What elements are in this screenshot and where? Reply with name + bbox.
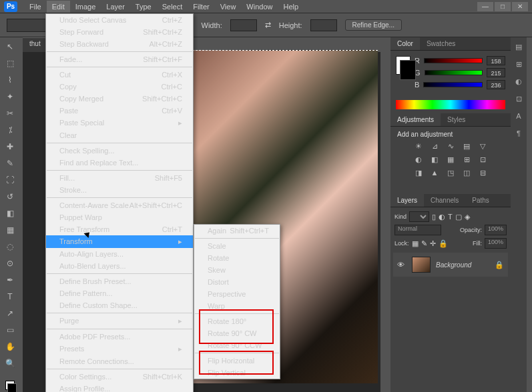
dodge-tool-icon[interactable]: ⊙	[3, 257, 17, 270]
menu-type[interactable]: Type	[130, 1, 157, 13]
menu-item[interactable]: Define Pattern...	[46, 287, 193, 299]
menu-item[interactable]: Presets▸	[46, 343, 193, 355]
filter-pixel-icon[interactable]: ▯	[432, 213, 436, 221]
color-swatches-icon[interactable]	[3, 379, 17, 392]
menu-item[interactable]: Scale	[194, 240, 280, 252]
menu-file[interactable]: File	[24, 1, 47, 13]
exposure-icon[interactable]: ▤	[461, 142, 472, 151]
menu-filter[interactable]: Filter	[188, 1, 214, 13]
g-slider[interactable]	[425, 70, 483, 75]
menu-layer[interactable]: Layer	[101, 1, 130, 13]
wand-tool-icon[interactable]: ✦	[3, 90, 17, 103]
filter-smart-icon[interactable]: ◈	[465, 213, 470, 221]
selective-icon[interactable]: ⊟	[477, 169, 488, 178]
menu-item[interactable]: PasteCtrl+V	[46, 105, 193, 117]
menu-item[interactable]: Step BackwardAlt+Ctrl+Z	[46, 38, 193, 50]
gradient-tool-icon[interactable]: ▦	[3, 224, 17, 237]
menu-item[interactable]: Skew	[194, 264, 280, 276]
properties-icon[interactable]: ◐	[513, 77, 524, 88]
menu-item[interactable]: Warp	[194, 300, 280, 312]
actions-icon[interactable]: ⊞	[513, 60, 524, 71]
swap-icon[interactable]: ⇄	[265, 21, 271, 29]
filter-adj-icon[interactable]: ◐	[439, 213, 445, 221]
type-tool-icon[interactable]: T	[3, 291, 17, 303]
kind-select[interactable]	[409, 211, 429, 222]
menu-image[interactable]: Image	[70, 1, 101, 13]
vibrance-icon[interactable]: ▽	[477, 142, 488, 151]
move-tool-icon[interactable]: ↖	[3, 40, 17, 53]
history-brush-icon[interactable]: ↺	[3, 190, 17, 203]
menu-item[interactable]: Purge▸	[46, 315, 193, 327]
channels-tab[interactable]: Channels	[424, 194, 465, 207]
menu-select[interactable]: Select	[157, 1, 188, 13]
menu-item[interactable]: Distort	[194, 276, 280, 288]
menu-item[interactable]: Stroke...	[46, 184, 193, 196]
menu-item[interactable]: Free TransformCtrl+T	[46, 223, 193, 235]
pen-tool-icon[interactable]: ✒	[3, 274, 17, 287]
menu-item[interactable]: Step ForwardShift+Ctrl+Z	[46, 26, 193, 38]
close-button[interactable]: ✕	[512, 2, 528, 11]
menu-help[interactable]: Help	[278, 1, 304, 13]
blur-tool-icon[interactable]: ◌	[3, 241, 17, 253]
posterize-icon[interactable]: ▲	[429, 169, 440, 178]
color-spectrum[interactable]	[396, 100, 505, 109]
menu-item[interactable]: Adobe PDF Presets...	[46, 331, 193, 343]
menu-item[interactable]: Flip Horizontal	[194, 355, 280, 367]
visibility-icon[interactable]: 👁	[397, 261, 407, 269]
history-icon[interactable]: ▤	[513, 43, 524, 53]
tool-preset[interactable]	[7, 19, 47, 32]
paths-tab[interactable]: Paths	[465, 194, 496, 207]
eyedropper-tool-icon[interactable]: ⁒	[3, 123, 17, 136]
filter-type-icon[interactable]: T	[448, 213, 453, 221]
maximize-button[interactable]: □	[495, 2, 511, 11]
menu-item[interactable]: Color Settings...Shift+Ctrl+K	[46, 371, 193, 383]
width-input[interactable]	[230, 19, 257, 31]
eraser-tool-icon[interactable]: ◧	[3, 207, 17, 219]
layers-tab[interactable]: Layers	[390, 194, 424, 207]
menu-item[interactable]: CopyCtrl+C	[46, 81, 193, 93]
hand-tool-icon[interactable]: ✋	[3, 341, 17, 353]
lock-all-icon[interactable]: 🔒	[439, 239, 448, 248]
stamp-tool-icon[interactable]: ⛶	[3, 173, 17, 186]
mixer-icon[interactable]: ⊞	[461, 155, 472, 165]
menu-item[interactable]: Flip Vertical	[194, 367, 280, 379]
levels-icon[interactable]: ⊿	[429, 142, 440, 151]
path-tool-icon[interactable]: ↗	[3, 307, 17, 320]
layer-item-background[interactable]: 👁 Background 🔒	[393, 253, 508, 277]
g-value[interactable]: 215	[487, 68, 505, 77]
filter-shape-icon[interactable]: ▢	[455, 213, 462, 221]
menu-item[interactable]: Define Brush Preset...	[46, 275, 193, 287]
menu-item[interactable]: Assign Profile...	[46, 383, 193, 392]
menu-window[interactable]: Window	[241, 1, 278, 13]
minimize-button[interactable]: —	[477, 2, 493, 11]
menu-item[interactable]: Rotate 90° CCW	[194, 339, 280, 351]
menu-item[interactable]: Fill...Shift+F5	[46, 172, 193, 184]
blend-mode-select[interactable]: Normal	[394, 225, 441, 235]
brush-tool-icon[interactable]: ✎	[3, 157, 17, 169]
photo-filter-icon[interactable]: ▦	[445, 155, 456, 165]
b-slider[interactable]	[423, 82, 483, 87]
menu-item[interactable]: Remote Connections...	[46, 355, 193, 367]
marquee-tool-icon[interactable]: ⬚	[3, 57, 17, 69]
menu-item[interactable]: Content-Aware ScaleAlt+Shift+Ctrl+C	[46, 199, 193, 211]
curves-icon[interactable]: ∿	[445, 142, 456, 151]
menu-item[interactable]: Transform▸	[46, 235, 193, 248]
hue-icon[interactable]: ◐	[413, 155, 424, 165]
zoom-tool-icon[interactable]: 🔍	[3, 357, 17, 370]
r-value[interactable]: 158	[487, 56, 505, 65]
fg-bg-swatch[interactable]	[396, 56, 411, 75]
menu-item[interactable]: CutCtrl+X	[46, 69, 193, 81]
brightness-icon[interactable]: ☀	[413, 142, 424, 151]
adjustments-tab[interactable]: Adjustments	[390, 113, 441, 126]
menu-item[interactable]: Clear	[46, 129, 193, 141]
swatches-tab[interactable]: Swatches	[420, 37, 462, 50]
menu-item[interactable]: Perspective	[194, 288, 280, 300]
opacity-value[interactable]: 100%	[485, 225, 507, 235]
heal-tool-icon[interactable]: ✚	[3, 140, 17, 153]
menu-item[interactable]: Undo Select CanvasCtrl+Z	[46, 14, 193, 26]
menu-view[interactable]: View	[215, 1, 242, 13]
bw-icon[interactable]: ◧	[429, 155, 440, 165]
styles-tab[interactable]: Styles	[441, 113, 472, 126]
paragraph-icon[interactable]: ¶	[513, 129, 524, 140]
b-value[interactable]: 236	[487, 80, 505, 89]
